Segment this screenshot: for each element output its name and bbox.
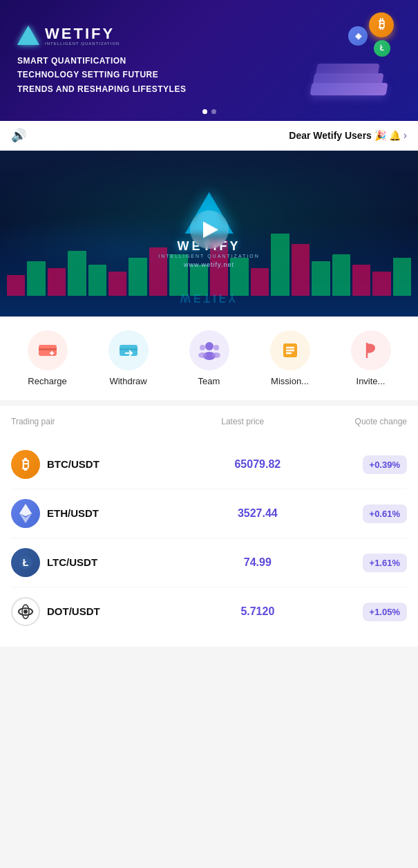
quick-actions-bar: Recharge Withdraw Team xyxy=(0,317,418,400)
svg-rect-1 xyxy=(39,348,57,350)
recharge-icon xyxy=(37,341,58,359)
btc-change-badge: +0.39% xyxy=(363,455,407,474)
table-header: Trading pair Latest price Quote change xyxy=(11,417,407,432)
mission-label: Mission... xyxy=(271,376,309,386)
mission-icon-wrap xyxy=(270,330,310,370)
eth-icon xyxy=(11,499,40,528)
btc-price: 65079.82 xyxy=(200,458,315,471)
btc-icon: ₿ xyxy=(11,450,40,479)
dot-symbol-icon xyxy=(17,603,34,620)
ltc-pair-label: LTC/USDT xyxy=(47,556,97,568)
table-row[interactable]: Ł LTC/USDT 74.99 +1.61% xyxy=(11,538,407,587)
withdraw-label: Withdraw xyxy=(109,376,146,386)
header-latest-price: Latest price xyxy=(180,417,306,426)
action-recharge[interactable]: Recharge xyxy=(17,330,79,386)
team-icon xyxy=(198,341,220,360)
play-triangle-icon xyxy=(203,221,218,238)
svg-marker-17 xyxy=(19,504,32,516)
crypto-stack-icon: ₿ ◈ Ł xyxy=(304,12,401,102)
eth-pair-label: ETH/USDT xyxy=(47,507,99,519)
svg-point-10 xyxy=(198,352,207,358)
invite-label: Invite... xyxy=(357,376,386,386)
notification-arrow-icon: › xyxy=(403,129,407,142)
mission-icon xyxy=(281,341,300,360)
dot-icon xyxy=(11,597,40,626)
logo-name: WETIFY xyxy=(45,25,115,42)
dot-pair-label: DOT/USDT xyxy=(47,605,100,617)
banner: WETIFY INTELLIGENT QUANTIZATION SMART QU… xyxy=(0,0,418,121)
trading-section: Trading pair Latest price Quote change ₿… xyxy=(0,406,418,647)
video-section[interactable]: WETIFY INTELLIGENT QUANTIZATION www.weti… xyxy=(0,151,418,317)
header-quote-change: Quote change xyxy=(306,417,407,426)
ltc-icon: Ł xyxy=(11,548,40,577)
action-invite[interactable]: Invite... xyxy=(340,330,402,386)
action-team[interactable]: Team xyxy=(178,330,240,386)
ltc-price: 74.99 xyxy=(200,556,315,569)
video-mirror-logo: WETIFY xyxy=(180,292,238,304)
table-row[interactable]: DOT/USDT 5.7120 +1.05% xyxy=(11,587,407,636)
action-withdraw[interactable]: Withdraw xyxy=(97,330,160,386)
eth-diamond-icon xyxy=(19,504,32,523)
btc-floating-icon: ₿ xyxy=(369,12,394,37)
recharge-label: Recharge xyxy=(28,376,66,386)
ltc-change: +1.61% xyxy=(315,554,407,572)
banner-pagination xyxy=(202,109,216,114)
svg-text:Ł: Ł xyxy=(23,557,29,568)
notification-text: Dear Wetify Users 🎉 🔔 xyxy=(33,130,401,141)
svg-point-21 xyxy=(23,610,28,614)
banner-crypto-graphic: ₿ ◈ Ł xyxy=(304,12,408,109)
notification-bar[interactable]: 🔊 Dear Wetify Users 🎉 🔔 › xyxy=(0,121,418,151)
header-trading-pair: Trading pair xyxy=(11,417,180,426)
eth-pair-info: ETH/USDT xyxy=(47,507,200,520)
btc-pair-info: BTC/USDT xyxy=(47,458,200,471)
ltc-floating-icon: Ł xyxy=(374,40,390,57)
logo-triangle-icon xyxy=(17,26,39,45)
dot-1[interactable] xyxy=(202,109,207,114)
logo-subtitle: INTELLIGENT QUANTIZATION xyxy=(45,41,120,46)
dot-2[interactable] xyxy=(211,109,216,114)
eth-floating-icon: ◈ xyxy=(348,26,368,46)
team-label: Team xyxy=(198,376,220,386)
action-mission[interactable]: Mission... xyxy=(259,330,321,386)
recharge-icon-wrap xyxy=(28,330,68,370)
team-icon-wrap xyxy=(189,330,229,370)
table-row[interactable]: ₿ BTC/USDT 65079.82 +0.39% xyxy=(11,440,407,489)
svg-point-7 xyxy=(205,342,213,350)
invite-icon xyxy=(361,341,381,360)
eth-change: +0.61% xyxy=(315,504,407,523)
btc-change: +0.39% xyxy=(315,455,407,474)
dot-price: 5.7120 xyxy=(200,605,315,618)
invite-icon-wrap xyxy=(351,330,391,370)
eth-change-badge: +0.61% xyxy=(363,504,407,523)
withdraw-icon xyxy=(118,341,139,359)
btc-pair-label: BTC/USDT xyxy=(47,458,99,470)
ltc-symbol-icon: Ł xyxy=(18,555,33,570)
table-row[interactable]: ETH/USDT 3527.44 +0.61% xyxy=(11,489,407,538)
svg-point-9 xyxy=(200,345,205,350)
dot-change-badge: +1.05% xyxy=(363,603,407,621)
withdraw-icon-wrap xyxy=(108,330,149,370)
dot-change: +1.05% xyxy=(315,603,407,621)
speaker-icon: 🔊 xyxy=(11,128,26,143)
video-logo-url: www.wetify.net xyxy=(158,261,260,268)
ltc-pair-info: LTC/USDT xyxy=(47,556,200,569)
play-button[interactable] xyxy=(190,210,229,249)
ltc-change-badge: +1.61% xyxy=(363,554,407,572)
dot-pair-info: DOT/USDT xyxy=(47,605,200,618)
svg-rect-5 xyxy=(120,348,137,350)
eth-price: 3527.44 xyxy=(200,507,315,520)
platform-base-layer xyxy=(310,83,388,95)
video-logo-subtitle: INTELLIGENT QUANTIZATION xyxy=(158,254,260,258)
svg-point-12 xyxy=(212,352,220,358)
svg-point-11 xyxy=(213,345,219,350)
